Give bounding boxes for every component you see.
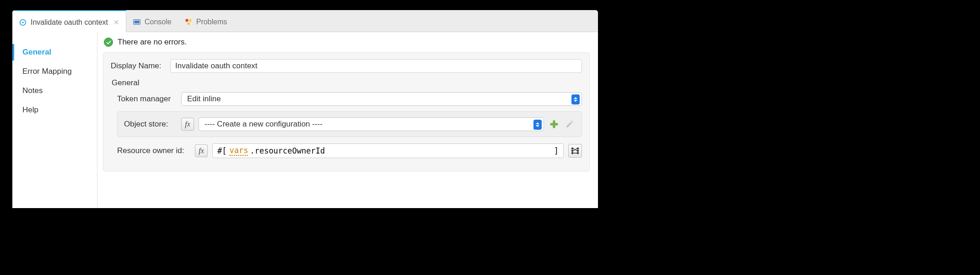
svg-point-13	[577, 150, 578, 151]
expr-prefix: #[	[217, 146, 226, 155]
expr-rest: .resourceOwnerId	[250, 146, 325, 155]
display-name-input[interactable]	[170, 59, 582, 73]
success-icon	[104, 38, 113, 47]
sidebar-item-label: Error Mapping	[22, 67, 72, 76]
svg-point-1	[22, 22, 24, 23]
tab-label: Console	[145, 18, 172, 26]
sidebar-item-general[interactable]: General	[12, 44, 97, 60]
expr-suffix: ]	[554, 146, 559, 155]
svg-rect-8	[550, 123, 558, 125]
sidebar-item-error-mapping[interactable]: Error Mapping	[12, 63, 97, 80]
status-row: There are no errors.	[103, 38, 590, 47]
tab-console[interactable]: Console	[126, 12, 178, 32]
expr-vars: vars	[229, 146, 248, 156]
edit-button[interactable]	[564, 119, 575, 130]
tab-label: Invalidate oauth context	[31, 18, 108, 27]
row-token-manager: Token manager Edit inline	[117, 92, 582, 106]
tabbar: Invalidate oauth context ✕ Console Probl…	[12, 10, 598, 32]
svg-point-10	[571, 150, 573, 151]
chevron-up-down-icon	[533, 120, 542, 130]
sidebar-item-label: Help	[22, 105, 38, 114]
mapping-button[interactable]	[568, 144, 582, 158]
chevron-up-down-icon	[571, 94, 580, 104]
svg-rect-5	[189, 19, 191, 22]
close-icon[interactable]: ✕	[113, 18, 119, 27]
form-panel: Display Name: General Token manager Edit…	[103, 52, 590, 171]
tab-label: Problems	[196, 18, 227, 26]
display-name-label: Display Name:	[111, 61, 166, 71]
select-value: Edit inline	[187, 94, 221, 104]
sidebar-item-notes[interactable]: Notes	[12, 82, 97, 99]
row-resource-owner-id: Resource owner id: fx #[ vars.resourceOw…	[117, 143, 582, 158]
object-store-panel: Object store: fx ---- Create a new confi…	[117, 111, 582, 137]
main-panel: There are no errors. Display Name: Gener…	[97, 32, 598, 208]
svg-point-12	[577, 148, 578, 149]
app-body: General Error Mapping Notes Help There a…	[12, 32, 598, 208]
sidebar-item-label: General	[22, 48, 51, 56]
svg-point-14	[577, 152, 578, 154]
object-store-select[interactable]: ---- Create a new configuration ----	[199, 117, 544, 131]
resource-owner-id-input[interactable]: #[ vars.resourceOwnerId ]	[212, 143, 564, 158]
token-manager-label: Token manager	[117, 94, 177, 104]
svg-point-9	[571, 148, 573, 149]
console-icon	[133, 18, 141, 26]
token-manager-select[interactable]: Edit inline	[181, 92, 582, 106]
svg-rect-6	[187, 22, 189, 25]
select-value: ---- Create a new configuration ----	[205, 120, 323, 129]
problems-icon	[184, 18, 193, 26]
sidebar-item-help[interactable]: Help	[12, 102, 97, 118]
editor-window: Invalidate oauth context ✕ Console Probl…	[12, 10, 598, 208]
group-title-general: General	[112, 78, 582, 88]
group-general: Token manager Edit inline Object store: …	[117, 92, 582, 158]
sidebar: General Error Mapping Notes Help	[12, 32, 97, 208]
sidebar-item-label: Notes	[22, 86, 43, 95]
fx-button[interactable]: fx	[195, 144, 208, 157]
svg-rect-3	[135, 21, 140, 23]
svg-point-11	[571, 152, 573, 154]
row-display-name: Display Name:	[111, 59, 582, 73]
object-store-label: Object store:	[124, 120, 177, 129]
component-icon	[19, 18, 27, 27]
tab-invalidate-oauth[interactable]: Invalidate oauth context ✕	[12, 10, 126, 32]
add-button[interactable]	[549, 119, 560, 130]
svg-rect-4	[185, 19, 188, 22]
resource-owner-id-label: Resource owner id:	[117, 146, 190, 155]
status-message: There are no errors.	[118, 38, 187, 47]
tab-problems[interactable]: Problems	[178, 12, 234, 32]
fx-button[interactable]: fx	[181, 118, 194, 131]
